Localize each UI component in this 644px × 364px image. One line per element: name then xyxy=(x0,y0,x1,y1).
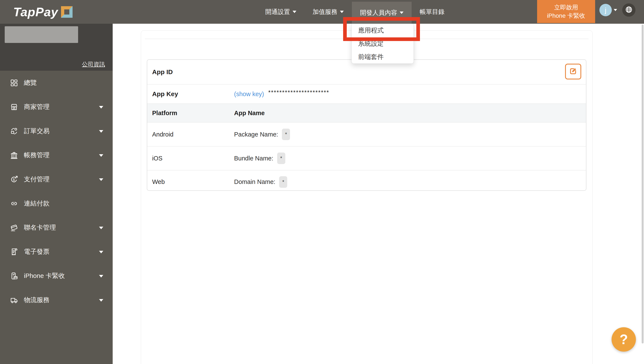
sidebar-item-label: 訂單交易 xyxy=(24,127,50,135)
chevron-down-icon xyxy=(99,251,103,253)
avatar-initial: j xyxy=(605,6,606,14)
chevron-down-icon xyxy=(99,154,103,157)
sidebar-company-header: 公司資訊 xyxy=(0,24,113,71)
help-button[interactable]: ? xyxy=(612,327,636,352)
field-label: Bundle Name: xyxy=(234,155,273,162)
sidebar-item-payment-management[interactable]: $ 支付管理 xyxy=(0,167,113,192)
nav-item-value-added-services[interactable]: 加值服務 xyxy=(304,0,352,24)
bank-icon xyxy=(10,151,18,159)
dropdown-item-system-settings[interactable]: 系統設定 xyxy=(352,37,414,50)
platform-table-header: Platform App Name xyxy=(147,103,586,122)
logo-text: TapPay xyxy=(13,5,58,19)
required-asterisk-badge: * xyxy=(277,152,285,164)
question-mark-icon: ? xyxy=(620,331,628,347)
chevron-down-icon xyxy=(99,178,103,181)
sidebar: 公司資訊 總覽 商家管理 xyxy=(0,24,113,364)
field-label: Domain Name: xyxy=(234,178,275,186)
activate-iphone-tap-to-pay-button[interactable]: 立即啟用 iPhone 卡緊收 xyxy=(537,0,595,23)
cta-line1: 立即啟用 xyxy=(554,3,578,12)
receipt-icon xyxy=(10,248,18,256)
storefront-icon xyxy=(10,103,18,111)
dropdown-item-label: 系統設定 xyxy=(358,39,384,48)
required-asterisk-badge: * xyxy=(282,129,290,140)
sidebar-item-order-transactions[interactable]: 訂單交易 xyxy=(0,119,113,143)
truck-icon xyxy=(10,296,18,304)
tappay-logo-icon xyxy=(61,6,72,18)
app-id-label: App ID xyxy=(147,68,234,76)
phone-card-icon xyxy=(10,272,18,280)
redacted-company-name xyxy=(5,26,78,43)
content-panel: App ID App Key (show key) **************… xyxy=(141,30,592,364)
platform-column-header: Platform xyxy=(147,110,234,117)
link-icon xyxy=(10,199,18,208)
sidebar-item-account-management[interactable]: 帳務管理 xyxy=(0,143,113,167)
sidebar-item-overview[interactable]: 總覽 xyxy=(0,71,113,95)
chevron-down-icon xyxy=(99,106,103,108)
table-row-web: Web Domain Name: * xyxy=(147,170,586,191)
sidebar-item-label: 支付管理 xyxy=(24,175,50,184)
company-info-link[interactable]: 公司資訊 xyxy=(82,60,105,68)
sidebar-item-label: 連結付款 xyxy=(24,199,50,208)
masked-app-key: ********************** xyxy=(268,89,329,96)
nav-item-label: 開發人員內容 xyxy=(360,9,397,17)
payment-cycle-icon: $ xyxy=(10,175,18,184)
order-sync-icon xyxy=(10,127,18,135)
sidebar-item-label: iPhone 卡緊收 xyxy=(24,272,65,280)
cta-line2: iPhone 卡緊收 xyxy=(547,12,585,20)
show-key-link[interactable]: (show key) xyxy=(234,91,264,98)
platform-cell: iOS xyxy=(147,155,234,162)
app-name-column-header: App Name xyxy=(234,110,264,117)
platform-cell: Web xyxy=(147,178,234,186)
sidebar-item-merchant-management[interactable]: 商家管理 xyxy=(0,95,113,119)
chevron-down-icon xyxy=(99,299,103,302)
chevron-down-icon xyxy=(340,11,344,13)
tappay-logo[interactable]: TapPay xyxy=(13,0,72,24)
chevron-down-icon xyxy=(99,130,103,133)
nav-item-billing-directory[interactable]: 帳單目錄 xyxy=(412,0,452,24)
required-asterisk-badge: * xyxy=(279,176,287,188)
chevron-down-icon xyxy=(292,11,296,13)
vertical-scrollbar[interactable] xyxy=(642,25,644,343)
avatar-chevron-down-icon[interactable] xyxy=(614,9,617,11)
dropdown-item-frontend-kit[interactable]: 前端套件 xyxy=(352,50,414,63)
sidebar-item-cobranded-card-management[interactable]: 聯名卡管理 xyxy=(0,216,113,240)
sidebar-item-label: 總覽 xyxy=(24,78,37,87)
nav-item-label: 加值服務 xyxy=(312,8,337,16)
top-nav-menu: 開通設置 加值服務 開發人員內容 帳單目錄 xyxy=(257,0,452,24)
tappay-portal: TapPay 開通設置 加值服務 開發人員內容 帳單目錄 立即啟用 iPhone… xyxy=(0,0,644,364)
dropdown-item-label: 應用程式 xyxy=(358,26,384,35)
top-nav-bar: TapPay 開通設置 加值服務 開發人員內容 帳單目錄 立即啟用 iPhone… xyxy=(0,0,644,24)
field-label: Package Name: xyxy=(234,131,278,138)
platform-cell: Android xyxy=(147,131,234,138)
edit-app-button[interactable] xyxy=(565,64,581,79)
sidebar-item-payment-links[interactable]: 連結付款 xyxy=(0,192,113,216)
sidebar-item-label: 帳務管理 xyxy=(24,151,50,159)
nav-item-label: 開通設置 xyxy=(265,8,290,16)
grid-icon xyxy=(10,79,18,87)
chevron-down-icon xyxy=(400,12,404,14)
sidebar-item-e-invoice[interactable]: 電子發票 xyxy=(0,240,113,264)
dropdown-item-applications[interactable]: 應用程式 xyxy=(352,24,414,37)
sidebar-menu: 總覽 商家管理 xyxy=(0,71,113,312)
nav-item-developer-content[interactable]: 開發人員內容 xyxy=(352,2,412,24)
nav-item-label: 帳單目錄 xyxy=(420,8,444,16)
app-key-label: App Key xyxy=(147,90,234,98)
nav-item-activation-settings[interactable]: 開通設置 xyxy=(257,0,304,24)
chevron-down-icon xyxy=(99,275,103,277)
sidebar-item-label: 商家管理 xyxy=(24,103,50,111)
sidebar-item-iphone-tap-to-pay[interactable]: iPhone 卡緊收 xyxy=(0,264,113,288)
app-settings-card: App ID App Key (show key) **************… xyxy=(147,59,586,191)
sidebar-item-label: 電子發票 xyxy=(24,247,50,256)
chevron-down-icon xyxy=(99,227,103,229)
sidebar-item-logistics-services[interactable]: 物流服務 xyxy=(0,288,113,312)
language-globe-button[interactable] xyxy=(622,4,636,17)
sidebar-item-label: 聯名卡管理 xyxy=(24,223,56,232)
dropdown-item-label: 前端套件 xyxy=(358,53,384,61)
svg-text:$: $ xyxy=(13,178,15,181)
user-avatar[interactable]: j xyxy=(600,4,612,16)
table-row-ios: iOS Bundle Name: * xyxy=(147,146,586,170)
developer-content-dropdown: 應用程式 系統設定 前端套件 xyxy=(352,24,414,64)
credit-card-icon xyxy=(10,224,18,232)
table-row-android: Android Package Name: * xyxy=(147,122,586,146)
sidebar-item-label: 物流服務 xyxy=(24,296,50,304)
